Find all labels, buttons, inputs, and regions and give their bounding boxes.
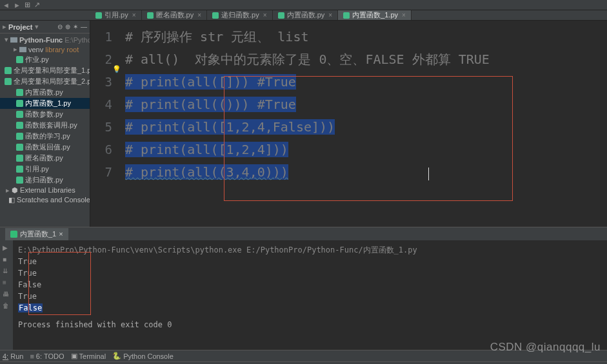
- close-icon[interactable]: ×: [263, 12, 267, 19]
- run-tab[interactable]: 内置函数_1 ×: [5, 228, 68, 240]
- editor-tab[interactable]: 匿名函数.py×: [142, 10, 208, 20]
- line-number: 6: [93, 139, 112, 161]
- close-icon[interactable]: ×: [402, 12, 406, 19]
- code-editor[interactable]: 💡 1234567 # 序列操作 str 元组、 list # all() 对象…: [90, 21, 607, 227]
- code-line-selected: # print(all([1,2,4,False])): [125, 119, 335, 135]
- close-icon[interactable]: ×: [132, 12, 136, 19]
- run-tabs: 内置函数_1 ×: [0, 227, 607, 240]
- project-file[interactable]: 内置函数_1.py: [0, 98, 90, 109]
- code-line: # all() 对象中的元素除了是 0、空、FALSE 外都算 TRUE: [125, 52, 490, 67]
- bulb-icon[interactable]: 💡: [112, 58, 121, 81]
- editor-tab[interactable]: 内置函数.py×: [273, 10, 339, 20]
- rerun-icon[interactable]: ▶: [3, 244, 10, 252]
- collapse-icon[interactable]: ▸: [3, 23, 6, 31]
- run-toolbar: ▶ ■ ⇊ ≡ 🖶 🗑: [0, 240, 13, 350]
- filter-icon[interactable]: ≡: [3, 279, 10, 287]
- svg-rect-4: [343, 12, 350, 19]
- project-file[interactable]: 全局变量和局部变量_1.py: [0, 65, 90, 76]
- console-exit: Process finished with exit code 0: [18, 319, 602, 330]
- run-panel: 内置函数_1 × ▶ ■ ⇊ ≡ 🖶 🗑 E:\PythonPro\Python…: [0, 227, 607, 350]
- console-line: False: [18, 302, 602, 314]
- line-number: 3: [93, 71, 112, 93]
- close-icon[interactable]: ×: [59, 230, 63, 238]
- console-line: True: [18, 256, 602, 267]
- tab-run[interactable]: 4: Run: [3, 352, 23, 360]
- line-number: 4: [93, 93, 112, 116]
- project-file[interactable]: 递归函数.py: [0, 175, 90, 186]
- console-line: False: [18, 279, 602, 291]
- console-line: True: [18, 291, 602, 302]
- nav-back-icon[interactable]: ◄: [3, 1, 10, 9]
- locate-icon[interactable]: ⊕: [65, 23, 70, 30]
- svg-rect-2: [212, 12, 219, 19]
- trash-icon[interactable]: 🗑: [3, 302, 10, 310]
- gutter: 💡 1234567: [90, 21, 123, 227]
- svg-rect-0: [95, 12, 102, 19]
- toolbar-icon[interactable]: ⊞: [25, 1, 30, 9]
- stop-icon[interactable]: ■: [3, 256, 10, 263]
- toolbar-icon[interactable]: ↗: [34, 1, 40, 9]
- print-icon[interactable]: 🖶: [3, 291, 10, 298]
- project-file[interactable]: 匿名函数.py: [0, 153, 90, 164]
- project-file[interactable]: 内置函数.py: [0, 87, 90, 98]
- tab-python-console[interactable]: 🐍 Python Console: [112, 352, 174, 360]
- titlebar: ◄ ► ⊞ ↗: [0, 0, 607, 10]
- console-output[interactable]: E:\PythonPro\Python-Func\venv\Scripts\py…: [13, 240, 607, 350]
- project-file[interactable]: 函数返回值.py: [0, 142, 90, 153]
- run-tab-label: 内置函数_1: [20, 229, 56, 239]
- editor-tab[interactable]: 引用.py×: [90, 10, 142, 20]
- down-icon[interactable]: ⇊: [3, 267, 10, 275]
- code-area[interactable]: # 序列操作 str 元组、 list # all() 对象中的元素除了是 0、…: [123, 21, 607, 227]
- venv-folder[interactable]: ▸ venv library root: [0, 44, 90, 54]
- svg-rect-1: [147, 12, 154, 19]
- svg-rect-5: [10, 37, 17, 43]
- code-line-selected: # print(all((3,4,0))): [125, 164, 288, 180]
- project-file[interactable]: 作业.py: [0, 54, 90, 65]
- project-root[interactable]: ▾ Python-Func E:\PythonPro/Pyt: [0, 35, 90, 44]
- project-file[interactable]: 函数的学习.py: [0, 131, 90, 142]
- svg-rect-17: [16, 166, 23, 173]
- line-number: 5: [93, 116, 112, 139]
- expand-icon[interactable]: ⊖: [57, 23, 63, 30]
- text-cursor: [428, 168, 429, 180]
- project-title: Project: [8, 23, 32, 31]
- tool-tabs: 4: Run ≡ 6: TODO ▣ Terminal 🐍 Python Con…: [0, 350, 607, 361]
- project-file[interactable]: 引用.py: [0, 164, 90, 175]
- project-tree[interactable]: ▾ Python-Func E:\PythonPro/Pyt▸ venv lib…: [0, 34, 90, 206]
- svg-rect-6: [19, 47, 26, 52]
- project-header[interactable]: ▸ Project ▾ ⊖ ⊕ ✶ —: [0, 21, 90, 34]
- scratches[interactable]: ◧ Scratches and Consoles: [0, 195, 90, 205]
- editor-tab[interactable]: 内置函数_1.py×: [338, 10, 412, 20]
- svg-rect-7: [16, 56, 23, 63]
- svg-rect-14: [16, 133, 23, 140]
- console-cmd: E:\PythonPro\Python-Func\venv\Scripts\py…: [18, 244, 602, 256]
- svg-rect-16: [16, 155, 23, 162]
- project-file[interactable]: 函数参数.py: [0, 109, 90, 120]
- tab-todo[interactable]: ≡ 6: TODO: [30, 352, 64, 360]
- close-icon[interactable]: ×: [328, 12, 332, 19]
- code-line: # 序列操作 str 元组、 list: [125, 29, 309, 44]
- editor-tab[interactable]: 递归函数.py×: [207, 10, 273, 20]
- tab-terminal[interactable]: ▣ Terminal: [71, 352, 106, 360]
- statusbar: ○ Eve 116 chars, 4 line breaks 3:1 CRLF …: [0, 361, 607, 364]
- svg-rect-19: [10, 231, 17, 238]
- svg-rect-10: [16, 89, 23, 96]
- project-file[interactable]: 全局变量和局部变量_2.py: [0, 76, 90, 87]
- code-line-selected: # print(all([1,2,4])): [125, 142, 288, 157]
- settings-icon[interactable]: ✶: [73, 23, 78, 30]
- external-libraries[interactable]: ▸ ⬢ External Libraries: [0, 186, 90, 195]
- hide-icon[interactable]: —: [81, 23, 87, 30]
- close-icon[interactable]: ×: [197, 12, 201, 19]
- svg-rect-11: [16, 100, 23, 107]
- project-file[interactable]: 函数嵌套调用.py: [0, 120, 90, 131]
- nav-fwd-icon[interactable]: ►: [14, 1, 21, 9]
- code-line-selected: # print(all([])) #True: [125, 74, 296, 90]
- line-number: 1: [93, 26, 112, 48]
- svg-rect-18: [16, 177, 23, 184]
- editor-tabs: 引用.py×匿名函数.py×递归函数.py×内置函数.py×内置函数_1.py×: [0, 10, 607, 21]
- project-pane: ▸ Project ▾ ⊖ ⊕ ✶ — ▾ Python-Func E:\Pyt…: [0, 21, 90, 227]
- svg-rect-13: [16, 122, 23, 129]
- code-line-selected: # print(all(())) #True: [125, 97, 296, 112]
- console-line: True: [18, 267, 602, 279]
- svg-rect-12: [16, 111, 23, 118]
